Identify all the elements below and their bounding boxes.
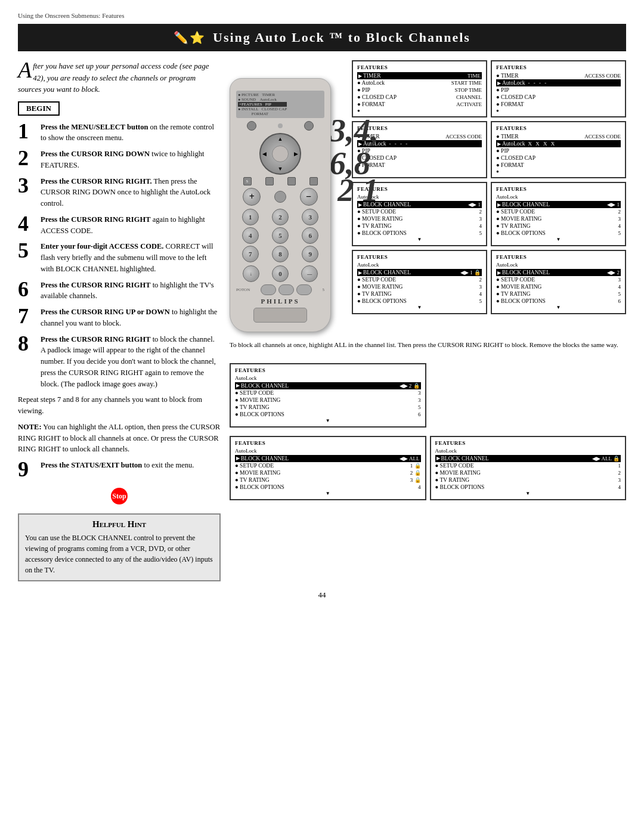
- screen-panel-3: FEATURES ● TIMER ACCESS CODE ▶ AutoLock …: [352, 121, 487, 178]
- screen-panel-all-1: FEATURES AutoLock ▶ BLOCK CHANNEL ◀▶ ALL…: [230, 436, 426, 500]
- step-5: 5 Enter your four-digit ACCESS CODE. COR…: [18, 241, 221, 274]
- step-7-number: 7: [18, 305, 37, 327]
- dropcap: A: [18, 60, 32, 79]
- helpful-hint-box: Helpful Hint You can use the BLOCK CHANN…: [18, 513, 221, 581]
- note-block: NOTE: You can highlight the ALL option, …: [18, 422, 221, 455]
- page-title: Using Auto Lock ™ to Block Channels: [213, 30, 470, 45]
- screens-row-2: FEATURES ● TIMER ACCESS CODE ▶ AutoLock …: [352, 121, 626, 178]
- step-7: 7 Press the CURSOR RING UP or DOWN to hi…: [18, 306, 221, 329]
- screens-row-4: FEATURES AutoLock ▶ BLOCK CHANNEL ◀▶ 1 🔒…: [352, 250, 626, 314]
- screen-panel-4: FEATURES ● TIMER ACCESS CODE ▶ AutoLock …: [491, 121, 626, 178]
- step-1-number: 1: [18, 120, 37, 142]
- numpad-4[interactable]: 4: [242, 227, 259, 244]
- remote-control: 3,4,6,8 9 2 1 ● PICTURE TIMER ● SOUND Au…: [230, 78, 346, 332]
- step-5-text: Enter your four-digit ACCESS CODE. CORRE…: [41, 241, 221, 274]
- numpad-8[interactable]: 8: [272, 246, 289, 262]
- screen-panel-1: FEATURES ▶ TIMER TIME ● AutoLock START T…: [352, 60, 487, 117]
- numpad-2[interactable]: 2: [272, 209, 289, 225]
- step-2-number: 2: [18, 147, 37, 169]
- numpad-dash[interactable]: —: [301, 265, 318, 282]
- numpad-7[interactable]: 7: [242, 246, 259, 262]
- step-5-number: 5: [18, 240, 37, 261]
- step-9-text: Press the STATUS/EXIT button to exit the…: [41, 460, 194, 471]
- repeat-note: Repeat steps 7 and 8 for any channels yo…: [18, 394, 221, 417]
- step-9: 9 Press the STATUS/EXIT button to exit t…: [18, 460, 221, 480]
- intro-body: fter you have set up your personal acces…: [18, 61, 209, 94]
- screen-row-highlighted: ▶ TIMER TIME: [357, 72, 482, 79]
- numpad-3[interactable]: 3: [302, 209, 318, 225]
- title-bar: ✏️⭐ Using Auto Lock ™ to Block Channels: [18, 24, 626, 51]
- step-2: 2 Press the CURSOR RING DOWN twice to hi…: [18, 148, 221, 171]
- title-icon: ✏️⭐: [174, 30, 206, 45]
- step-4-number: 4: [18, 213, 37, 234]
- numpad-tune-down[interactable]: ↓: [243, 265, 259, 282]
- numpad-0[interactable]: 0: [272, 265, 289, 282]
- step-4-text: Press the CURSOR RING RIGHT again to hig…: [41, 214, 221, 237]
- step-3-text: Press the CURSOR RING RIGHT. Then press …: [41, 176, 221, 209]
- helpful-hint-title: Helpful Hint: [25, 519, 213, 529]
- stop-container: Stop: [18, 485, 221, 507]
- page-subtitle: Using the Onscreen Submenus: Features: [18, 12, 626, 19]
- philips-logo: PHILIPS: [236, 298, 324, 305]
- helpful-hint-text: You can use the BLOCK CHANNEL control to…: [25, 532, 213, 575]
- numpad-6[interactable]: 6: [302, 227, 318, 244]
- step-3: 3 Press the CURSOR RING RIGHT. Then pres…: [18, 176, 221, 209]
- step-8: 8 Press the CURSOR RING RIGHT to block t…: [18, 334, 221, 390]
- step-1-text: Press the MENU/SELECT button on the remo…: [41, 122, 221, 144]
- screen-panel-6: FEATURES AutoLock ▶ BLOCK CHANNEL ◀▶ 1 ●…: [491, 182, 626, 246]
- step-9-number: 9: [18, 459, 37, 480]
- begin-box: BEGIN: [18, 101, 60, 116]
- screen-panel-5: FEATURES AutoLock ▶ BLOCK CHANNEL ◀▶ 1 ●…: [352, 182, 487, 246]
- screen-panel-2: FEATURES ● TIMER ACCESS CODE ▶ AutoLock …: [491, 60, 626, 117]
- step-6: 6 Press the CURSOR RING RIGHT to highlig…: [18, 280, 221, 302]
- page-number: 44: [18, 590, 626, 600]
- remote-ir-emitter: [253, 308, 307, 323]
- screen-panel-9: FEATURES AutoLock ▶ BLOCK CHANNEL ◀▶ 2 🔒…: [230, 363, 426, 428]
- numpad: 1 2 3 4 5 6 7 8 9: [236, 209, 324, 262]
- step-1: 1 Press the MENU/SELECT button on the re…: [18, 122, 221, 144]
- screens-row-1: FEATURES ▶ TIMER TIME ● AutoLock START T…: [352, 60, 626, 117]
- step-7-text: Press the CURSOR RING UP or DOWN to high…: [41, 306, 221, 329]
- stop-icon: Stop: [111, 488, 128, 504]
- numpad-5[interactable]: 5: [272, 227, 289, 244]
- screen-panel-8: FEATURES AutoLock ▶ BLOCK CHANNEL ◀▶ 2 ●…: [491, 250, 626, 314]
- intro-text: A fter you have set up your personal acc…: [18, 60, 221, 95]
- block-note: To block all channels at once, highlight…: [230, 340, 626, 350]
- numpad-1[interactable]: 1: [242, 209, 259, 225]
- remote-body: ● PICTURE TIMER ● SOUND AutoLock +FEATUR…: [230, 78, 331, 332]
- step-2-text: Press the CURSOR RING DOWN twice to high…: [41, 148, 221, 171]
- step-3-number: 3: [18, 175, 37, 196]
- step-4: 4 Press the CURSOR RING RIGHT again to h…: [18, 214, 221, 237]
- step-8-text: Press the CURSOR RING RIGHT to block the…: [41, 334, 221, 390]
- numpad-9[interactable]: 9: [302, 246, 318, 262]
- step-8-number: 8: [18, 333, 37, 354]
- step-6-number: 6: [18, 278, 37, 300]
- screen-panel-all-2: FEATURES AutoLock ▶ BLOCK CHANNEL ◀▶ ALL…: [430, 436, 627, 500]
- step-6-text: Press the CURSOR RING RIGHT to highlight…: [41, 280, 221, 302]
- screens-row-3: FEATURES AutoLock ▶ BLOCK CHANNEL ◀▶ 1 ●…: [352, 182, 626, 246]
- screen-panel-7: FEATURES AutoLock ▶ BLOCK CHANNEL ◀▶ 1 🔒…: [352, 250, 487, 314]
